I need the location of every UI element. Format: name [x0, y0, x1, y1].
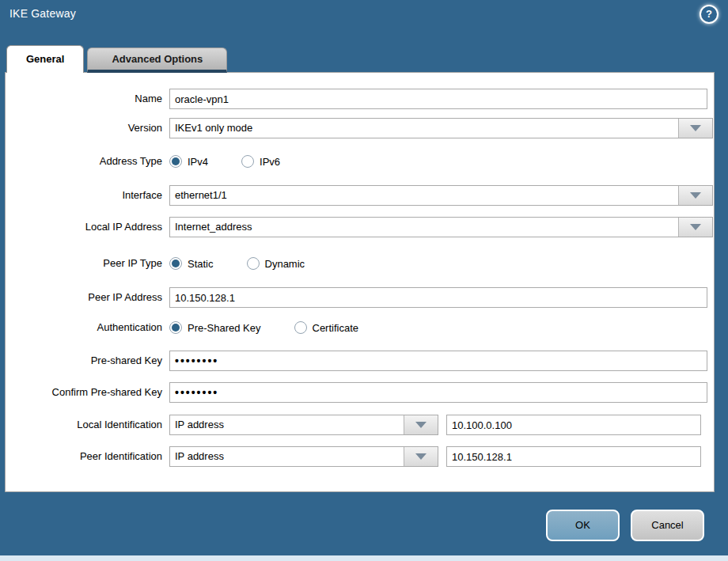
- version-dropdown[interactable]: IKEv1 only mode: [169, 118, 713, 138]
- local-ip-address-label: Local IP Address: [6, 217, 162, 237]
- peer-ip-type-dynamic-option[interactable]: Dynamic: [247, 257, 305, 270]
- peer-identification-value-input[interactable]: [446, 446, 701, 467]
- peer-identification-dropdown-button[interactable]: [404, 447, 438, 466]
- authentication-pre-shared-key-option[interactable]: Pre-Shared Key: [169, 321, 261, 334]
- peer-ip-type-static-option[interactable]: Static: [169, 257, 214, 270]
- tab-general[interactable]: General: [6, 45, 84, 73]
- local-ip-address-selected-value: Internet_address: [175, 218, 252, 237]
- dialog-title: IKE Gateway: [9, 7, 76, 20]
- interface-selected-value: ethernet1/1: [175, 186, 227, 205]
- ike-gateway-dialog: IKE Gateway ? General Advanced Options N…: [0, 0, 728, 555]
- peer-identification-type-dropdown[interactable]: IP address: [169, 446, 438, 467]
- ipv4-option-label: IPv4: [188, 156, 208, 168]
- local-identification-type-value: IP address: [175, 415, 224, 434]
- local-ip-address-dropdown-button[interactable]: [678, 218, 712, 237]
- local-identification-value-input[interactable]: [446, 415, 701, 435]
- version-dropdown-button[interactable]: [678, 119, 712, 138]
- authentication-certificate-option[interactable]: Certificate: [294, 321, 359, 334]
- interface-row: Interface ethernet1/1: [6, 185, 714, 206]
- pre-shared-key-row: Pre-shared Key: [6, 351, 714, 371]
- interface-dropdown-button[interactable]: [678, 186, 712, 205]
- confirm-pre-shared-key-input[interactable]: [169, 382, 707, 403]
- local-identification-row: Local Identification IP address: [6, 415, 714, 435]
- chevron-down-icon: [415, 422, 427, 428]
- chevron-down-icon: [690, 125, 701, 131]
- name-input[interactable]: [169, 89, 707, 109]
- ipv6-option-label: IPv6: [260, 156, 280, 168]
- address-type-ipv6-option[interactable]: IPv6: [241, 155, 280, 168]
- version-label: Version: [6, 118, 162, 138]
- dialog-titlebar: IKE Gateway ?: [0, 0, 728, 44]
- peer-ip-type-radio-group: Static Dynamic: [169, 256, 305, 271]
- radio-checked-icon[interactable]: [169, 257, 182, 270]
- radio-unchecked-icon[interactable]: [247, 257, 260, 270]
- local-ip-address-row: Local IP Address Internet_address: [6, 217, 714, 237]
- peer-ip-address-label: Peer IP Address: [6, 287, 162, 308]
- tab-strip: General Advanced Options: [6, 45, 227, 73]
- tab-advanced-options[interactable]: Advanced Options: [87, 47, 227, 73]
- local-identification-label: Local Identification: [6, 415, 162, 435]
- address-type-ipv4-option[interactable]: IPv4: [169, 155, 208, 168]
- chevron-down-icon: [690, 224, 701, 230]
- peer-ip-type-row: Peer IP Type Static Dynamic: [6, 256, 714, 271]
- confirm-pre-shared-key-row: Confirm Pre-shared Key: [6, 382, 714, 403]
- cancel-button[interactable]: Cancel: [631, 510, 704, 541]
- pre-shared-key-input[interactable]: [169, 351, 707, 371]
- name-row: Name: [6, 89, 714, 109]
- interface-label: Interface: [6, 185, 162, 206]
- peer-ip-address-row: Peer IP Address: [6, 287, 714, 308]
- authentication-label: Authentication: [6, 320, 162, 335]
- radio-unchecked-icon[interactable]: [294, 321, 307, 334]
- pre-shared-key-label: Pre-shared Key: [6, 351, 162, 371]
- certificate-option-label: Certificate: [313, 322, 359, 334]
- local-ip-address-dropdown[interactable]: Internet_address: [169, 217, 713, 237]
- local-identification-type-dropdown[interactable]: IP address: [169, 415, 438, 435]
- authentication-row: Authentication Pre-Shared Key Certificat…: [6, 320, 714, 335]
- radio-checked-icon[interactable]: [169, 155, 182, 168]
- peer-ip-address-input[interactable]: [169, 287, 707, 308]
- peer-ip-type-label: Peer IP Type: [6, 256, 162, 271]
- static-option-label: Static: [188, 258, 214, 270]
- dynamic-option-label: Dynamic: [265, 258, 305, 270]
- ok-button[interactable]: OK: [546, 510, 620, 541]
- chevron-down-icon: [415, 453, 427, 460]
- address-type-radio-group: IPv4 IPv6: [169, 154, 280, 169]
- chevron-down-icon: [690, 192, 701, 199]
- general-tab-panel: Name Version IKEv1 only mode Address Typ…: [5, 72, 715, 492]
- confirm-pre-shared-key-label: Confirm Pre-shared Key: [6, 382, 162, 403]
- pre-shared-key-option-label: Pre-Shared Key: [188, 322, 261, 334]
- help-icon[interactable]: ?: [700, 5, 719, 24]
- name-label: Name: [6, 89, 162, 109]
- local-identification-dropdown-button[interactable]: [404, 415, 438, 434]
- address-type-label: Address Type: [6, 154, 162, 169]
- address-type-row: Address Type IPv4 IPv6: [6, 154, 714, 169]
- radio-unchecked-icon[interactable]: [241, 155, 254, 168]
- interface-dropdown[interactable]: ethernet1/1: [169, 185, 713, 206]
- peer-identification-label: Peer Identification: [6, 446, 162, 467]
- peer-identification-type-value: IP address: [175, 447, 224, 466]
- version-row: Version IKEv1 only mode: [6, 118, 714, 138]
- radio-checked-icon[interactable]: [169, 321, 182, 334]
- version-selected-value: IKEv1 only mode: [175, 119, 252, 138]
- peer-identification-row: Peer Identification IP address: [6, 446, 714, 467]
- authentication-radio-group: Pre-Shared Key Certificate: [169, 320, 358, 335]
